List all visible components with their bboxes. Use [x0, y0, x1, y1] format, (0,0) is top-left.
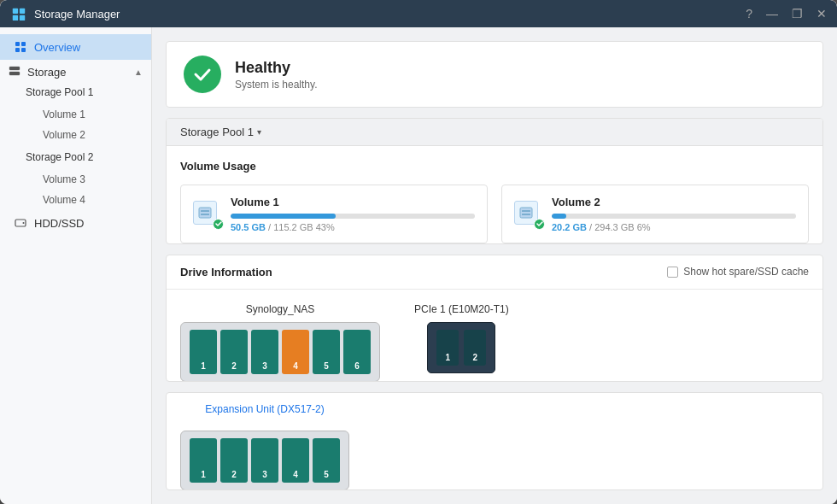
- volume2-name: Volume 2: [552, 196, 796, 208]
- volume1-used: 50.5 GB: [231, 222, 266, 232]
- close-button[interactable]: ✕: [817, 8, 827, 20]
- expansion-slot-4: 4: [282, 438, 309, 483]
- maximize-button[interactable]: ❐: [792, 8, 803, 20]
- svg-rect-0: [13, 9, 18, 14]
- help-button[interactable]: ?: [746, 8, 752, 20]
- volume1-icon: [193, 201, 220, 228]
- volume-usage-title: Volume Usage: [180, 160, 809, 173]
- volume-row: Volume 1 50.5 GB / 115.2 GB 43%: [180, 185, 809, 243]
- drive-slot-4: 4: [282, 330, 309, 374]
- main-content: Healthy System is healthy. Storage Pool …: [152, 27, 837, 504]
- drive-section: Drive Information Show hot spare/SSD cac…: [166, 255, 823, 382]
- overview-icon: [14, 40, 27, 54]
- volume2-card: Volume 2 20.2 GB / 294.3 GB 6%: [501, 185, 809, 243]
- svg-rect-8: [9, 67, 20, 70]
- expansion-chassis: 1 2 3 4 5: [180, 431, 349, 490]
- volume2-status-badge: [534, 219, 545, 230]
- window-controls: ? — ❐ ✕: [746, 8, 827, 20]
- volume2-stats: 20.2 GB / 294.3 GB 6%: [552, 222, 796, 232]
- expansion-slot-1: 1: [190, 438, 217, 483]
- sidebar-item-pool2[interactable]: Storage Pool 2: [12, 145, 151, 169]
- pool-header[interactable]: Storage Pool 1 ▾: [167, 119, 822, 146]
- synology-nas-name: Synology_NAS: [246, 303, 315, 315]
- volume1-progress-fill: [231, 214, 336, 219]
- show-spare-label: Show hot spare/SSD cache: [683, 266, 809, 278]
- svg-rect-4: [15, 42, 20, 46]
- minimize-button[interactable]: —: [766, 8, 778, 20]
- show-spare-toggle[interactable]: Show hot spare/SSD cache: [667, 266, 809, 278]
- health-card: Healthy System is healthy.: [166, 41, 823, 108]
- sidebar-item-volume1[interactable]: Volume 1: [36, 104, 151, 125]
- volume2-icon: [514, 201, 541, 228]
- volume1-card: Volume 1 50.5 GB / 115.2 GB 43%: [180, 185, 488, 243]
- svg-rect-7: [21, 48, 26, 52]
- volume1-info: Volume 1 50.5 GB / 115.2 GB 43%: [231, 196, 475, 232]
- drive-slot-1: 1: [190, 330, 217, 374]
- storage-icon: [9, 65, 22, 79]
- show-spare-checkbox[interactable]: [667, 267, 678, 278]
- volume2-total: 294.3 GB: [594, 222, 634, 232]
- volume4-label: Volume 4: [43, 194, 85, 206]
- volume2-info: Volume 2 20.2 GB / 294.3 GB 6%: [552, 196, 796, 232]
- volume1-percent-sign: %: [326, 222, 335, 232]
- svg-rect-2: [13, 15, 18, 21]
- volume1-stats: 50.5 GB / 115.2 GB 43%: [231, 222, 475, 232]
- expansion-content: Expansion Unit (DX517-2) 1 2 3 4 5: [167, 393, 822, 490]
- storage-collapse-icon: ▲: [134, 67, 143, 77]
- sidebar-item-storage[interactable]: Storage ▲: [0, 60, 151, 80]
- svg-rect-14: [201, 214, 209, 215]
- volume1-progress-bar: [231, 214, 475, 219]
- sidebar-item-hdd-ssd[interactable]: HDD/SSD: [0, 210, 151, 236]
- hdd-ssd-label: HDD/SSD: [34, 217, 85, 230]
- volume2-label: Volume 2: [43, 129, 85, 141]
- pool-content: Volume Usage: [167, 146, 822, 244]
- volume2-progress-bar: [552, 214, 796, 219]
- app-title: Storage Manager: [34, 8, 746, 21]
- sidebar-item-overview[interactable]: Overview: [0, 34, 151, 60]
- svg-rect-16: [522, 210, 530, 212]
- pcie-slot-2: 2: [464, 330, 486, 366]
- pcie-slot-1: 1: [436, 330, 459, 366]
- volume2-progress-fill: [552, 214, 566, 219]
- drive-header: Drive Information Show hot spare/SSD cac…: [167, 255, 822, 290]
- health-message: System is healthy.: [235, 79, 317, 91]
- drive-slot-3: 3: [251, 330, 278, 374]
- drive-slot-5: 5: [313, 330, 340, 374]
- pcie-chassis: 1 2: [427, 322, 495, 373]
- hdd-icon: [14, 216, 27, 230]
- health-status-icon: [184, 56, 221, 93]
- pcie-unit: PCIe 1 (E10M20-T1) 1 2: [414, 303, 509, 382]
- svg-rect-13: [201, 210, 209, 212]
- volume1-name: Volume 1: [231, 196, 475, 208]
- pool1-label: Storage Pool 1: [26, 86, 93, 98]
- sidebar-item-volume3[interactable]: Volume 3: [36, 169, 151, 190]
- expansion-slot-2: 2: [220, 438, 248, 483]
- app-window: Storage Manager ? — ❐ ✕ Overview: [0, 0, 837, 504]
- volume2-percent-sign: %: [642, 222, 651, 232]
- drive-content: Synology_NAS 1 2 3 4 5 6 PCIe 1 (E10M20-…: [167, 290, 822, 382]
- volume1-percent: 43: [316, 222, 326, 232]
- sidebar-storage-label: Storage: [27, 66, 67, 79]
- expansion-slot-5: 5: [313, 438, 340, 483]
- sidebar-item-volume4[interactable]: Volume 4: [36, 190, 151, 210]
- expansion-section: Expansion Unit (DX517-2) 1 2 3 4 5: [166, 392, 823, 490]
- expansion-unit: Expansion Unit (DX517-2) 1 2 3 4 5: [180, 403, 349, 490]
- pool-section: Storage Pool 1 ▾ Volume Usage: [166, 118, 823, 244]
- pool2-label: Storage Pool 2: [26, 151, 93, 163]
- svg-rect-9: [9, 72, 20, 75]
- storage-pool-2-group: Storage Pool 2 Volume 3 Volume 4: [0, 145, 151, 210]
- expansion-slot-3: 3: [251, 438, 278, 483]
- volume1-status-badge: [213, 219, 224, 230]
- svg-rect-1: [20, 9, 25, 14]
- drive-slot-6: 6: [343, 330, 371, 374]
- svg-rect-12: [199, 208, 211, 218]
- titlebar: Storage Manager ? — ❐ ✕: [0, 0, 837, 27]
- storage-pool-1-group: Storage Pool 1 Volume 1 Volume 2: [0, 80, 151, 145]
- sidebar-item-pool1[interactable]: Storage Pool 1: [12, 80, 151, 104]
- synology-nas-unit: Synology_NAS 1 2 3 4 5 6: [180, 303, 380, 382]
- sidebar-item-volume2[interactable]: Volume 2: [36, 125, 151, 145]
- pool-selector-label: Storage Pool 1: [180, 126, 254, 138]
- expansion-link[interactable]: Expansion Unit (DX517-2): [205, 403, 324, 415]
- app-icon: [10, 5, 27, 22]
- svg-rect-5: [21, 42, 26, 46]
